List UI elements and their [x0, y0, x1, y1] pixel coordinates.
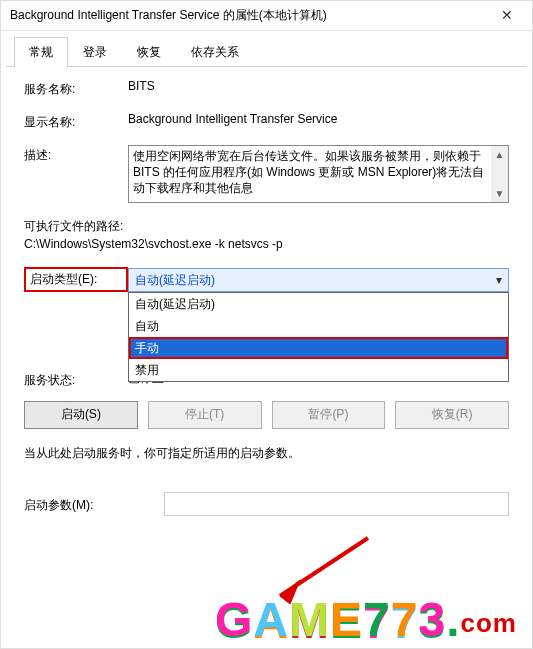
window-title: Background Intelligent Transfer Service … [10, 7, 487, 24]
description-scrollbar[interactable]: ▲ ▼ [491, 146, 508, 202]
tab-general[interactable]: 常规 [14, 37, 68, 67]
startup-option-manual[interactable]: 手动 [129, 337, 508, 359]
close-icon[interactable]: ✕ [487, 7, 527, 23]
description-text[interactable]: 使用空闲网络带宽在后台传送文件。如果该服务被禁用，则依赖于 BITS 的任何应用… [128, 145, 509, 203]
display-name-value: Background Intelligent Transfer Service [128, 112, 509, 126]
startup-option-auto[interactable]: 自动 [129, 315, 508, 337]
start-params-label: 启动参数(M): [24, 495, 164, 514]
service-name-value: BITS [128, 79, 509, 93]
startup-type-dropdown[interactable]: 自动(延迟启动) 自动 手动 禁用 [128, 292, 509, 382]
resume-button: 恢复(R) [395, 401, 509, 429]
description-label: 描述: [24, 145, 128, 164]
startup-option-disabled[interactable]: 禁用 [129, 359, 508, 381]
tab-dependencies[interactable]: 依存关系 [176, 37, 254, 67]
stop-button: 停止(T) [148, 401, 262, 429]
scroll-up-icon[interactable]: ▲ [491, 146, 508, 163]
tab-strip: 常规 登录 恢复 依存关系 [6, 31, 527, 67]
startup-option-auto-delayed[interactable]: 自动(延迟启动) [129, 293, 508, 315]
watermark-logo: GAME773.com [215, 600, 517, 643]
executable-path-label: 可执行文件的路径: [24, 217, 509, 235]
display-name-label: 显示名称: [24, 112, 128, 131]
scroll-down-icon[interactable]: ▼ [491, 185, 508, 202]
start-params-input[interactable] [164, 492, 509, 516]
pause-button: 暂停(P) [272, 401, 386, 429]
start-params-note: 当从此处启动服务时，你可指定所适用的启动参数。 [24, 445, 509, 462]
tab-logon[interactable]: 登录 [68, 37, 122, 67]
executable-path-value: C:\Windows\System32\svchost.exe -k netsv… [24, 235, 509, 253]
startup-type-selected[interactable]: 自动(延迟启动) [128, 268, 509, 292]
startup-type-combo[interactable]: 自动(延迟启动) 自动(延迟启动) 自动 手动 禁用 [128, 268, 509, 292]
tab-recovery[interactable]: 恢复 [122, 37, 176, 67]
startup-type-label: 启动类型(E): [24, 267, 128, 292]
service-name-label: 服务名称: [24, 79, 128, 98]
description-content: 使用空闲网络带宽在后台传送文件。如果该服务被禁用，则依赖于 BITS 的任何应用… [133, 149, 484, 195]
start-button[interactable]: 启动(S) [24, 401, 138, 429]
svg-marker-3 [280, 580, 300, 604]
service-status-label: 服务状态: [24, 370, 128, 389]
